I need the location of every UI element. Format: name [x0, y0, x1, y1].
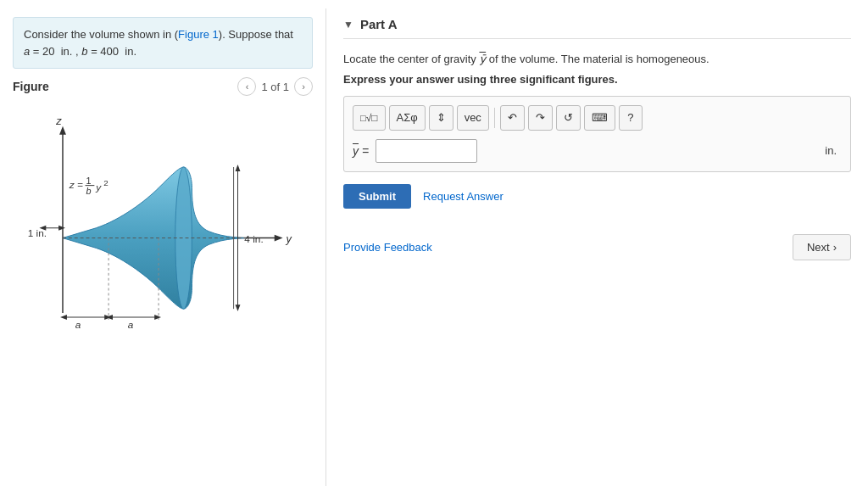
svg-marker-4	[275, 235, 283, 242]
request-answer-link[interactable]: Request Answer	[423, 190, 504, 203]
svg-text:b: b	[86, 186, 92, 196]
problem-text: Consider the volume shown in (Figure 1).…	[24, 28, 293, 41]
problem-statement: Consider the volume shown in (Figure 1).…	[13, 17, 313, 69]
y-bar-label: y =	[353, 144, 369, 158]
redo-button[interactable]: ↷	[528, 105, 553, 131]
action-row: Submit Request Answer	[343, 184, 851, 209]
next-label: Next	[807, 241, 830, 254]
arrow-button[interactable]: ⇕	[429, 105, 453, 131]
svg-text:a: a	[128, 319, 134, 331]
math-toolbar: □√□ AΣφ ⇕ vec ↶ ↷ ↺ ⌨ ?	[353, 105, 842, 131]
svg-marker-23	[154, 315, 161, 320]
svg-marker-18	[60, 315, 67, 320]
svg-text:a: a	[75, 319, 81, 331]
help-button[interactable]: ?	[619, 105, 643, 131]
figure-link[interactable]: Figure 1	[178, 28, 219, 41]
input-row: y = in.	[353, 139, 842, 163]
svg-marker-1	[59, 126, 66, 135]
svg-text:1 in.: 1 in.	[28, 227, 47, 239]
part-header: ▼ Part A	[343, 17, 851, 39]
figure-header: Figure ‹ 1 of 1 ›	[13, 77, 313, 96]
right-panel: ▼ Part A Locate the center of gravity ȳ…	[326, 8, 868, 486]
part-label: Part A	[360, 17, 398, 31]
svg-text:2: 2	[103, 178, 108, 187]
submit-button[interactable]: Submit	[343, 184, 411, 209]
fraction-sqrt-button[interactable]: □√□	[353, 105, 386, 131]
svg-text:y: y	[286, 232, 293, 245]
vec-button[interactable]: vec	[457, 105, 489, 131]
answer-input[interactable]	[376, 139, 477, 163]
svg-text:y: y	[95, 182, 102, 193]
question-text: Locate the center of gravity ȳ of the v…	[343, 51, 851, 68]
left-panel: Consider the volume shown in (Figure 1).…	[0, 8, 326, 486]
figure-nav: ‹ 1 of 1 ›	[237, 77, 313, 96]
figure-svg: z y	[13, 103, 313, 332]
undo-button[interactable]: ↶	[500, 105, 525, 131]
figure-page-indicator: 1 of 1	[261, 81, 289, 93]
part-collapse-icon[interactable]: ▼	[343, 19, 353, 31]
figure-prev-button[interactable]: ‹	[237, 77, 256, 96]
sigma-button[interactable]: AΣφ	[389, 105, 426, 131]
toolbar-separator	[494, 108, 495, 128]
bottom-row: Provide Feedback Next ›	[343, 234, 851, 260]
unit-label: in.	[825, 144, 842, 157]
next-button[interactable]: Next ›	[793, 234, 851, 260]
svg-point-6	[175, 167, 192, 309]
problem-params: a = 20 in. , b = 400 in.	[24, 45, 136, 58]
svg-marker-16	[58, 226, 65, 231]
svg-marker-22	[106, 315, 113, 320]
svg-text:1: 1	[86, 176, 92, 186]
provide-feedback-link[interactable]: Provide Feedback	[343, 241, 432, 254]
svg-marker-11	[236, 304, 241, 311]
figure-label: Figure	[13, 80, 49, 93]
answer-box: □√□ AΣφ ⇕ vec ↶ ↷ ↺ ⌨ ? y = in.	[343, 96, 851, 172]
figure-area: z y	[13, 103, 313, 332]
svg-marker-10	[236, 165, 241, 171]
svg-text:z: z	[55, 115, 62, 127]
svg-text:4 in.: 4 in.	[244, 233, 263, 245]
keyboard-button[interactable]: ⌨	[584, 105, 615, 131]
question-instruction: Express your answer using three signific…	[343, 73, 851, 86]
next-chevron-icon: ›	[833, 241, 837, 254]
svg-text:z =: z =	[69, 179, 83, 191]
figure-next-button[interactable]: ›	[294, 77, 313, 96]
refresh-button[interactable]: ↺	[556, 105, 581, 131]
